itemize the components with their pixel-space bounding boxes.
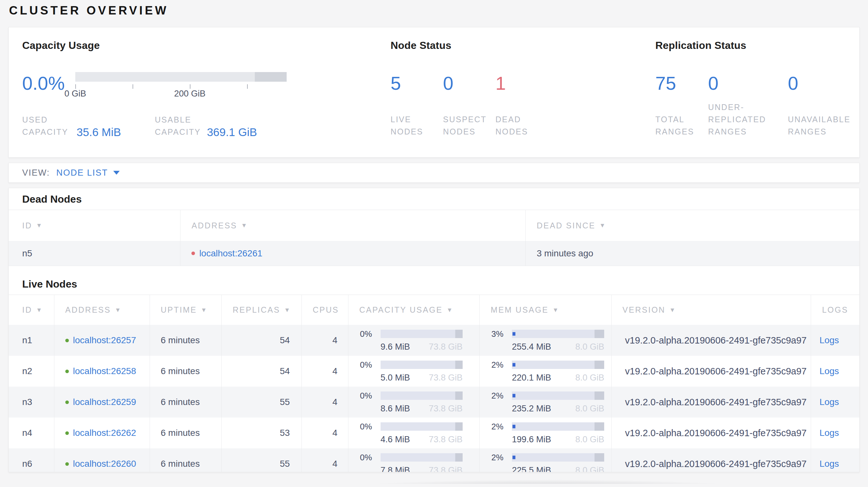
live-col-header-id[interactable]: ID▼ — [9, 295, 54, 325]
live-node-dot-icon — [65, 339, 69, 342]
logs-link[interactable]: Logs — [819, 459, 839, 469]
node-version: v19.2.0-alpha.20190606-2491-gfe735c9a97 — [612, 356, 811, 387]
live-col-header-logs: LOGS — [811, 295, 859, 325]
node-logs-cell: Logs — [811, 418, 859, 448]
dead-node-address-cell: localhost:26261 — [181, 241, 526, 266]
live-node-dot-icon — [65, 431, 69, 435]
dead-nodes-metric: 1 DEAD NODES — [495, 72, 548, 138]
dead-nodes-label: DEAD NODES — [495, 101, 540, 138]
capacity-tick-label-0: 0 GiB — [64, 89, 86, 99]
node-address-link[interactable]: localhost:26259 — [73, 397, 136, 407]
sort-icon: ▼ — [241, 222, 248, 229]
node-version: v19.2.0-alpha.20190606-2491-gfe735c9a97 — [612, 325, 811, 356]
dead-col-header-id[interactable]: ID▼ — [9, 210, 181, 241]
mem-usage-bar — [512, 453, 604, 462]
total-ranges-label: TOTAL RANGES — [655, 101, 704, 138]
usable-capacity-stat: USABLE CAPACITY 369.1 GiB — [155, 114, 257, 138]
sort-icon: ▼ — [599, 222, 607, 229]
view-selector-dropdown[interactable]: NODE LIST — [56, 168, 120, 178]
node-logs-cell: Logs — [811, 387, 859, 418]
live-col-header-replicas[interactable]: REPLICAS▼ — [222, 295, 302, 325]
node-uptime: 6 minutes — [150, 387, 222, 418]
dead-nodes-table-title: Dead Nodes — [22, 193, 859, 205]
usable-capacity-value: 369.1 GiB — [207, 126, 257, 139]
replication-status-title: Replication Status — [655, 39, 859, 52]
capacity-usage-bar — [381, 361, 463, 369]
capacity-used-value: 4.6 MiB — [381, 434, 410, 445]
total-ranges-metric: 75 TOTAL RANGES — [655, 72, 708, 138]
sort-icon: ▼ — [446, 306, 454, 314]
node-address-link[interactable]: localhost:26257 — [73, 335, 136, 346]
node-address-cell: localhost:26259 — [54, 387, 150, 418]
mem-total-value: 8.0 GiB — [575, 342, 604, 352]
live-col-header-address[interactable]: ADDRESS▼ — [54, 295, 150, 325]
node-address-link[interactable]: localhost:26258 — [73, 366, 136, 376]
mem-pct: 2% — [491, 391, 512, 401]
node-address-link[interactable]: localhost:26260 — [73, 459, 136, 469]
node-version: v19.2.0-alpha.20190606-2491-gfe735c9a97 — [612, 418, 811, 448]
live-node-row: n4 localhost:26262 6 minutes 53 4 0% 4.6… — [9, 418, 859, 448]
under-replicated-ranges-metric: 0 UNDER-REPLICATED RANGES — [708, 72, 788, 138]
mem-used-value: 220.1 MiB — [512, 373, 551, 383]
capacity-pct: 0% — [360, 453, 381, 462]
node-capacity-usage-cell: 0% 8.6 MiB 73.8 GiB — [348, 387, 480, 418]
live-node-row: n6 localhost:26260 6 minutes 55 4 0% 7.8… — [9, 448, 859, 472]
dead-col-header-dead-since[interactable]: DEAD SINCE▼ — [526, 210, 859, 241]
mem-used-value: 199.6 MiB — [512, 434, 551, 445]
node-address-link[interactable]: localhost:26262 — [73, 428, 136, 438]
logs-link[interactable]: Logs — [819, 335, 839, 346]
capacity-total-value: 73.8 GiB — [429, 342, 463, 352]
live-col-header-mem-usage[interactable]: MEM USAGE▼ — [480, 295, 612, 325]
dead-node-row: n5 localhost:26261 3 minutes ago — [9, 241, 859, 266]
dropdown-caret-icon — [113, 171, 120, 175]
suspect-nodes-metric: 0 SUSPECT NODES — [443, 72, 495, 138]
logs-link[interactable]: Logs — [819, 397, 839, 407]
sort-icon: ▼ — [284, 306, 291, 314]
live-col-header-version[interactable]: VERSION▼ — [612, 295, 811, 325]
live-col-header-uptime[interactable]: UPTIME▼ — [150, 295, 222, 325]
dead-node-address-link[interactable]: localhost:26261 — [199, 248, 262, 259]
sort-icon: ▼ — [201, 306, 208, 314]
node-uptime: 6 minutes — [150, 325, 222, 356]
total-ranges-count: 75 — [655, 72, 708, 93]
under-replicated-ranges-label: UNDER-REPLICATED RANGES — [708, 101, 774, 138]
view-selected-value: NODE LIST — [56, 168, 108, 178]
live-col-header-cpus: CPUS — [302, 295, 348, 325]
sort-icon: ▼ — [115, 306, 122, 314]
capacity-usage-bar — [381, 391, 463, 400]
node-capacity-usage-cell: 0% 4.6 MiB 73.8 GiB — [348, 418, 480, 448]
live-node-row: n1 localhost:26257 6 minutes 54 4 0% 9.6… — [9, 325, 859, 356]
mem-total-value: 8.0 GiB — [575, 434, 604, 445]
unavailable-ranges-count: 0 — [788, 72, 857, 93]
mem-used-value: 255.4 MiB — [512, 342, 551, 352]
capacity-used-value: 5.0 MiB — [381, 373, 410, 383]
node-cpus: 4 — [302, 325, 348, 356]
used-capacity-value: 35.6 MiB — [76, 126, 121, 139]
suspect-nodes-count: 0 — [443, 72, 495, 93]
node-cpus: 4 — [302, 356, 348, 387]
logs-link[interactable]: Logs — [819, 366, 839, 376]
capacity-used-value: 8.6 MiB — [381, 404, 410, 414]
logs-link[interactable]: Logs — [819, 428, 839, 438]
mem-total-value: 8.0 GiB — [575, 465, 604, 473]
capacity-pct: 0% — [360, 329, 381, 339]
dead-nodes-count: 1 — [495, 72, 548, 93]
mem-pct: 2% — [491, 422, 512, 432]
mem-pct: 2% — [491, 453, 512, 462]
live-col-header-capacity-usage[interactable]: CAPACITY USAGE▼ — [348, 295, 480, 325]
node-address-cell: localhost:26257 — [54, 325, 150, 356]
node-mem-usage-cell: 2% 235.2 MiB 8.0 GiB — [480, 387, 612, 418]
mem-used-value: 235.2 MiB — [512, 404, 551, 414]
dead-col-header-address[interactable]: ADDRESS▼ — [181, 210, 526, 241]
page-title: CLUSTER OVERVIEW — [9, 4, 860, 18]
node-logs-cell: Logs — [811, 325, 859, 356]
capacity-tick-label-200: 200 GiB — [174, 89, 206, 99]
unavailable-ranges-label: UNAVAILABLE RANGES — [788, 101, 854, 138]
capacity-bar-reserved-segment — [255, 72, 287, 82]
live-node-dot-icon — [65, 400, 69, 404]
nodes-panel: Dead Nodes ID▼ ADDRESS▼ DEAD SINCE▼ n5 l… — [8, 188, 860, 472]
mem-pct: 2% — [491, 360, 512, 370]
mem-used-value: 225.5 MiB — [512, 465, 551, 473]
node-mem-usage-cell: 3% 255.4 MiB 8.0 GiB — [480, 325, 612, 356]
live-nodes-count: 5 — [391, 72, 443, 93]
